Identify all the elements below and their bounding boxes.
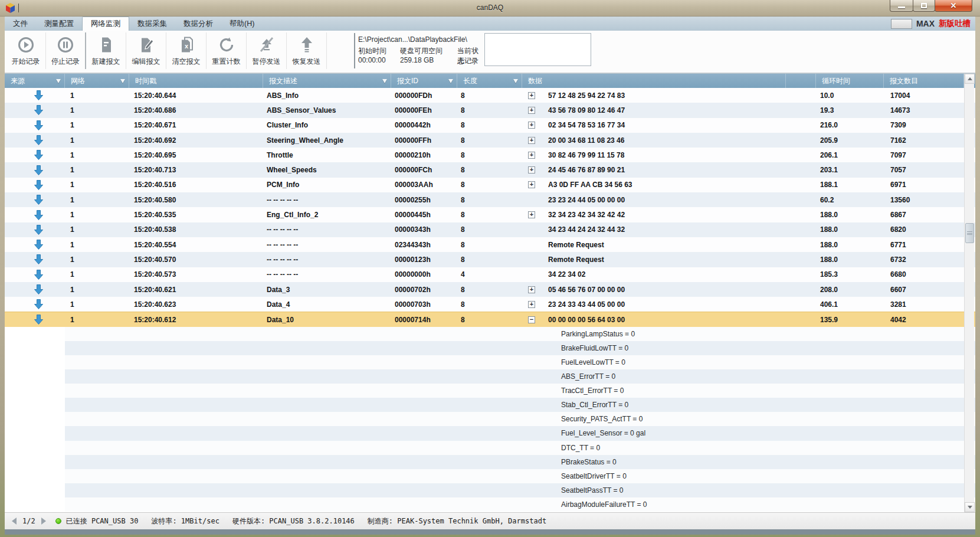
scroll-up-button[interactable] <box>965 74 975 84</box>
signal-row[interactable]: FuelLevelLowTT = 0 <box>5 355 975 369</box>
column-header[interactable]: 报文数目 <box>884 74 964 88</box>
page-next-button[interactable] <box>41 518 46 525</box>
toolbar-button-record-start[interactable]: 开始记录 <box>6 32 46 69</box>
filter-dropdown-icon[interactable] <box>382 79 387 83</box>
cell-message-id: 000003AAh <box>391 178 457 192</box>
toolbar-button-message-edit[interactable]: 编辑报文 <box>126 32 166 69</box>
table-row[interactable]: 1 15:20:40.573 -- -- -- -- -- 00000000h … <box>5 267 975 282</box>
column-header[interactable]: 报文ID <box>391 74 457 88</box>
toolbar-button-send-pause[interactable]: 暂停发送 <box>247 32 287 69</box>
expand-toggle[interactable]: + <box>528 107 535 114</box>
table-row[interactable]: 1 15:20:40.538 -- -- -- -- -- 00000343h … <box>5 222 975 237</box>
column-header[interactable]: 网络 <box>65 74 129 88</box>
scrollbar-thumb[interactable] <box>965 223 974 243</box>
table-row[interactable]: 1 15:20:40.570 -- -- -- -- -- 00000123h … <box>5 252 975 267</box>
restore-button[interactable] <box>913 0 935 12</box>
toolbar-button-message-new[interactable]: 新建报文 <box>86 32 126 69</box>
cell-message-count: 7097 <box>884 148 964 162</box>
signal-row[interactable]: Fuel_Level_Sensor = 0 gal <box>5 426 975 440</box>
menu-item-active[interactable]: 网络监测 <box>82 17 129 31</box>
expand-toggle[interactable]: + <box>528 122 535 129</box>
filter-dropdown-icon[interactable] <box>513 79 518 83</box>
vertical-scrollbar[interactable] <box>964 74 974 512</box>
expand-toggle[interactable]: + <box>528 301 535 308</box>
table-row[interactable]: 1 15:20:40.516 PCM_Info 000003AAh 8 + A3… <box>5 178 975 192</box>
expand-toggle[interactable]: + <box>528 211 535 218</box>
menu-item-default[interactable]: 数据分析 <box>175 17 221 31</box>
column-header-label: 时间戳 <box>135 76 156 86</box>
expand-toggle[interactable]: + <box>528 286 535 293</box>
table-row[interactable]: 1 15:20:40.580 -- -- -- -- -- 00000255h … <box>5 192 975 207</box>
expand-toggle[interactable]: + <box>528 181 535 188</box>
table-row[interactable]: 1 15:20:40.692 Steering_Wheel_Angle 0000… <box>5 133 975 148</box>
filter-dropdown-icon[interactable] <box>448 79 453 83</box>
signal-row[interactable]: SeatbeltPassTT = 0 <box>5 483 975 497</box>
scroll-down-button[interactable] <box>965 502 975 512</box>
toolbar-button-counter-reset[interactable]: 重置计数 <box>207 32 247 69</box>
signal-row[interactable]: Stab_Ctl_ErrorTT = 0 <box>5 398 975 412</box>
page-prev-button[interactable] <box>12 518 17 525</box>
send-resume-icon <box>298 36 316 54</box>
feedback-link[interactable]: 新版吐槽 <box>939 18 971 29</box>
table-row[interactable]: 1 15:20:40.535 Eng_Ctl_Info_2 00000445h … <box>5 207 975 222</box>
table-row[interactable]: 1 15:20:40.671 Cluster_Info 00000442h 8 … <box>5 118 975 133</box>
table-row[interactable]: 1 15:20:40.554 -- -- -- -- -- 02344343h … <box>5 237 975 252</box>
menu-item-default[interactable]: 数据采集 <box>129 17 175 31</box>
signal-row[interactable]: ParkingLampStatus = 0 <box>5 327 975 341</box>
message-clear-icon: x <box>178 36 195 54</box>
rx-direction-icon <box>34 120 43 130</box>
counter-reset-icon <box>218 36 235 54</box>
signal-row[interactable]: TracCtl_ErrorTT = 0 <box>5 384 975 398</box>
signal-value-label: Fuel_Level_Sensor = 0 gal <box>561 429 645 437</box>
cell-message-count: 6680 <box>884 267 964 282</box>
menu-item-default[interactable]: 帮助(H) <box>221 17 263 31</box>
toolbar-button-label: 恢复发送 <box>293 57 321 67</box>
page-indicator: 1/2 <box>22 517 35 525</box>
signal-row[interactable]: SeatbeltDriverTT = 0 <box>5 469 975 483</box>
signal-row[interactable]: BrakeFluidLowTT = 0 <box>5 341 975 355</box>
column-header[interactable] <box>786 74 816 88</box>
cell-message-id: 00000255h <box>391 192 457 207</box>
column-header[interactable]: 长度 <box>457 74 522 88</box>
toolbar-button-label: 编辑报文 <box>132 57 160 67</box>
comment-box[interactable] <box>484 33 591 66</box>
signal-row[interactable]: ABS_ErrorTT = 0 <box>5 369 975 384</box>
toolbar-button-message-clear[interactable]: x 清空报文 <box>166 32 207 69</box>
filter-dropdown-icon[interactable] <box>120 79 125 83</box>
toolbar-button-send-resume[interactable]: 恢复发送 <box>287 32 327 69</box>
record-path: E:\Project\can...\DataPlaybackFile\ <box>358 35 467 44</box>
menu-item-default[interactable]: 测量配置 <box>36 17 82 31</box>
column-header[interactable]: 数据 <box>522 74 786 88</box>
cell-cycle-time: 188.0 <box>816 207 884 222</box>
column-header[interactable]: 来源 <box>5 74 65 88</box>
expand-toggle[interactable]: − <box>528 316 535 323</box>
filter-dropdown-icon[interactable] <box>56 79 61 83</box>
expand-toggle[interactable]: + <box>528 166 535 173</box>
table-row[interactable]: 1 15:20:40.623 Data_4 00000703h 8 + 23 2… <box>5 297 975 312</box>
titlebar[interactable]: canDAQ ✕ <box>0 0 980 17</box>
expand-toggle[interactable]: + <box>528 152 535 159</box>
column-header[interactable]: 时间戳 <box>129 74 263 88</box>
table-row[interactable]: 1 15:20:40.713 Wheel_Speeds 000000FCh 8 … <box>5 162 975 177</box>
status-baudrate: 波特率: 1MBit/sec <box>151 516 219 526</box>
table-row[interactable]: 1 15:20:40.644 ABS_Info 000000FDh 8 + 57… <box>5 88 975 103</box>
minimize-button[interactable] <box>890 0 913 12</box>
toolbar-button-record-stop[interactable]: 停止记录 <box>46 32 86 69</box>
cell-timestamp: 15:20:40.644 <box>129 88 263 103</box>
max-toggle-box[interactable] <box>891 19 912 29</box>
column-header[interactable]: 循环时间 <box>816 74 884 88</box>
column-header[interactable]: 报文描述 <box>263 74 391 88</box>
expand-toggle[interactable]: + <box>528 137 535 144</box>
table-row[interactable]: 1 15:20:40.695 Throttle 00000210h 8 + 30… <box>5 148 975 162</box>
expand-toggle[interactable]: + <box>528 92 535 99</box>
table-row[interactable]: 1 15:20:40.621 Data_3 00000702h 8 + 05 4… <box>5 282 975 297</box>
signal-row[interactable]: PBrakeStatus = 0 <box>5 455 975 469</box>
close-button[interactable]: ✕ <box>935 0 972 12</box>
table-row[interactable]: 1 15:20:40.686 ABS_Sensor_Values 000000F… <box>5 103 975 117</box>
table-row[interactable]: 1 15:20:40.612 Data_10 00000714h 8 − 00 … <box>5 312 975 326</box>
cell-timestamp: 15:20:40.621 <box>129 282 263 297</box>
signal-row[interactable]: DTC_TT = 0 <box>5 441 975 455</box>
menu-item-default[interactable]: 文件 <box>5 17 36 31</box>
signal-row[interactable]: AirbagModuleFailureTT = 0 <box>5 497 975 512</box>
signal-row[interactable]: Security_PATS_ActTT = 0 <box>5 412 975 426</box>
